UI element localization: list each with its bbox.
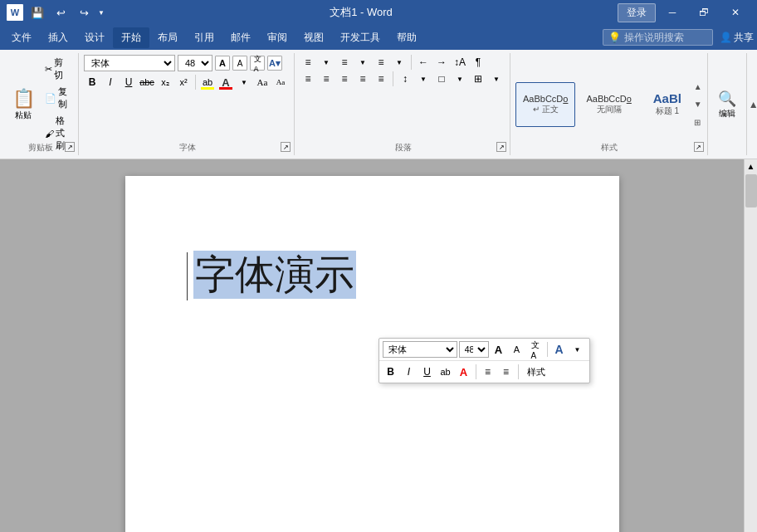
font-label: 字体 [81,142,294,155]
mt-size-select[interactable]: 48 [459,341,489,358]
undo-button[interactable]: ↩ [51,3,70,22]
save-button[interactable]: 💾 [28,3,46,22]
subscript-button[interactable]: x₂ [157,75,173,90]
borders-button[interactable]: ⊞ [470,71,486,86]
font-shrink-button[interactable]: A [232,56,247,71]
shade-dropdown[interactable]: ▼ [452,71,468,86]
document-page[interactable]: 宋体 48 A A 文A A ▼ B I U [125,176,619,532]
marks-button[interactable]: ¶ [470,55,486,70]
mt-italic-button[interactable]: I [401,364,418,380]
mt-font-select[interactable]: 宋体 [383,341,457,358]
justify-button[interactable]: ≡ [354,71,371,86]
scroll-thumb[interactable] [745,174,757,207]
font-family-select[interactable]: 宋体 [84,55,175,71]
style-heading1[interactable]: AaBl 标题 1 [642,82,692,127]
clipboard-expander[interactable]: ↗ [65,142,75,152]
close-button[interactable]: ✕ [720,0,750,25]
mt-styles-button[interactable]: 样式 [522,364,550,380]
mt-underline-button[interactable]: U [419,364,436,380]
ribbon-collapse-button[interactable]: ▲ [749,53,757,155]
font-grow-button[interactable]: A [215,56,230,71]
paragraph-expander[interactable]: ↗ [496,142,506,152]
superscript-button[interactable]: x² [175,75,192,90]
mt-numbered-button[interactable]: ≡ [498,364,515,380]
shade-button[interactable]: □ [433,71,450,86]
multilevel-button[interactable]: ≡ [373,55,389,70]
login-button[interactable]: 登录 [618,3,656,22]
document-scroll[interactable]: 宋体 48 A A 文A A ▼ B I U [0,159,744,532]
highlight-button[interactable]: ab [199,75,216,90]
clear-format-button[interactable]: 文A [250,56,265,71]
justify-dist-button[interactable]: ≡ [373,71,389,86]
search-input[interactable] [624,32,707,43]
numbered-dropdown[interactable]: ▼ [354,55,371,70]
styles-expand[interactable]: ⊞ [694,118,702,127]
mt-highlight-button[interactable]: ab [437,364,454,380]
menu-help[interactable]: 帮助 [388,27,425,48]
paste-button[interactable]: 📋 粘贴 [7,55,40,154]
menu-mail[interactable]: 邮件 [222,27,259,48]
mt-bold-button[interactable]: B [383,364,399,380]
menu-layout[interactable]: 布局 [149,27,186,48]
quick-access-dropdown[interactable]: ▼ [98,9,105,17]
menu-home[interactable]: 开始 [113,27,149,48]
mt-effects-dropdown[interactable]: ▼ [569,341,586,358]
line-spacing-dropdown[interactable]: ▼ [415,71,432,86]
menu-file[interactable]: 文件 [3,27,40,48]
align-center-button[interactable]: ≡ [318,71,335,86]
menu-references[interactable]: 引用 [186,27,222,48]
styles-expander[interactable]: ↗ [694,142,704,152]
numbered-button[interactable]: ≡ [336,55,353,70]
font-size-aa2[interactable]: Aa [272,75,289,90]
mt-bullets-button[interactable]: ≡ [480,364,496,380]
line-spacing-button[interactable]: ↕ [397,71,413,86]
mt-sep3 [518,364,519,379]
redo-button[interactable]: ↪ [75,3,93,22]
style-no-spacing[interactable]: AaBbCcDo 无间隔 [579,82,638,127]
font-size-select[interactable]: 48 [178,55,212,71]
font-size-aa1[interactable]: Aa [254,75,271,90]
font-color-dropdown[interactable]: ▼ [236,75,252,90]
menu-developer[interactable]: 开发工具 [332,27,388,48]
restore-button[interactable]: 🗗 [689,0,719,25]
menu-insert[interactable]: 插入 [40,27,76,48]
styles-scroll-down[interactable]: ▼ [694,100,702,109]
underline-button[interactable]: U [120,75,137,90]
style-normal[interactable]: AaBbCcDo ↵ 正文 [515,82,575,127]
sort-button[interactable]: ↕A [452,55,468,70]
align-left-button[interactable]: ≡ [300,71,316,86]
styles-scroll-up[interactable]: ▲ [694,82,702,91]
minimize-button[interactable]: ─ [657,0,687,25]
mt-shrink-button[interactable]: A [509,341,525,358]
font-color-button[interactable]: A [217,75,234,90]
mt-font-color-button[interactable]: A [456,364,472,380]
find-button[interactable]: 🔍 编辑 [713,86,741,123]
borders-dropdown[interactable]: ▼ [488,71,505,86]
menu-review[interactable]: 审阅 [259,27,295,48]
mt-grow-button[interactable]: A [491,341,507,358]
italic-button[interactable]: I [102,75,119,90]
selected-text-container: 字体演示 [193,251,356,299]
bullets-button[interactable]: ≡ [300,55,316,70]
bullets-dropdown[interactable]: ▼ [318,55,335,70]
bold-button[interactable]: B [84,75,100,90]
find-icon: 🔍 [718,90,736,108]
cut-button[interactable]: ✂ 剪切 [42,55,73,83]
scroll-up-arrow[interactable]: ▲ [745,159,758,173]
mt-wen-button[interactable]: 文A [527,341,544,358]
align-right-button[interactable]: ≡ [336,71,353,86]
decrease-indent-button[interactable]: ← [415,55,432,70]
mt-effects-button[interactable]: A [551,341,568,358]
selected-text[interactable]: 字体演示 [193,251,356,299]
text-effects-button[interactable]: A▾ [267,56,282,71]
font-expander[interactable]: ↗ [281,142,291,152]
strikethrough-button[interactable]: abc [139,75,155,90]
menu-design[interactable]: 设计 [76,27,113,48]
increase-indent-button[interactable]: → [433,55,450,70]
multilevel-dropdown[interactable]: ▼ [391,55,408,70]
copy-button[interactable]: 📄 复制 [42,84,73,112]
share-button[interactable]: 👤 共享 [720,31,754,45]
vertical-scrollbar[interactable]: ▲ ▼ [744,159,757,532]
mini-toolbar-row1: 宋体 48 A A 文A A ▼ [379,339,589,361]
menu-view[interactable]: 视图 [295,27,332,48]
